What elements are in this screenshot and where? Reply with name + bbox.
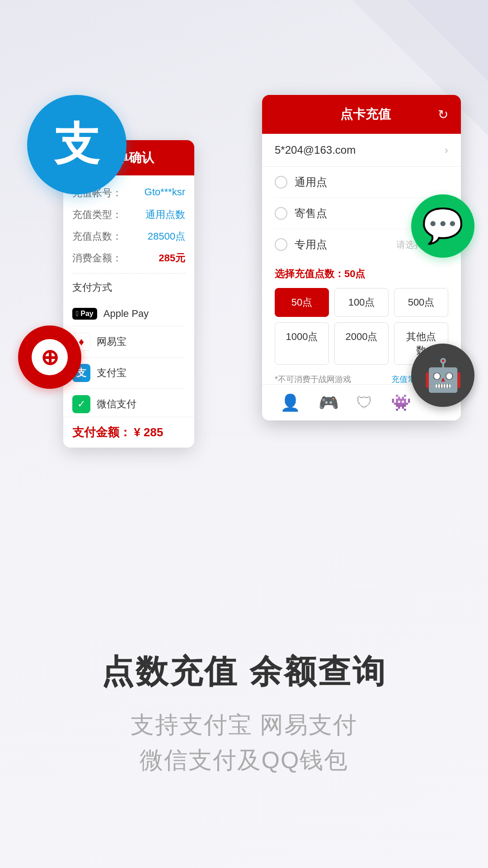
wechat-pay-icon: ✓ <box>72 395 90 413</box>
email-text: 5*204@163.com <box>275 144 356 156</box>
apple-pay-label: Apple Pay <box>103 308 149 320</box>
apple-pay-icon:  Pay <box>72 308 97 320</box>
nav-icon-shield[interactable]: 🛡 <box>357 393 373 412</box>
alipay-icon: 支 <box>54 114 99 175</box>
type-value: 通用点数 <box>145 208 185 222</box>
radio-label-special: 专用点 <box>295 237 396 252</box>
recharge-card-header: 点卡充值 ↻ <box>262 95 461 134</box>
amount-label: 消费金额： <box>72 251 122 265</box>
ui-showcase-area: 支 ⊕ 💬 🤖 订单确认 充值帐号： Gto***ksr 充值类型： 通用点数 <box>27 72 461 443</box>
headline-text: 点数充值 余额查询 <box>27 650 461 693</box>
payment-footer: 支付金额： ¥ 285 <box>63 417 194 448</box>
subtext-line2: 微信支付及QQ钱包 <box>27 742 461 778</box>
order-card-body: 充值帐号： Gto***ksr 充值类型： 通用点数 充值点数： 28500点 … <box>63 175 194 448</box>
radio-label-general: 通用点 <box>295 175 448 189</box>
note-text: *不可消费于战网游戏 <box>275 374 351 385</box>
divider <box>72 273 185 274</box>
refresh-icon[interactable]: ↻ <box>438 107 448 122</box>
bg-decoration-2 <box>407 0 488 81</box>
points-select-text: 选择充值点数： <box>275 268 344 279</box>
payment-total: 支付金额： ¥ 285 <box>72 425 185 440</box>
alipay-method[interactable]: 支 支付宝 <box>72 358 185 389</box>
points-btn-500[interactable]: 500点 <box>394 288 448 317</box>
points-btn-2000[interactable]: 2000点 <box>334 322 389 365</box>
points-row: 充值点数： 28500点 <box>72 230 185 243</box>
points-select-label: 选择充值点数：50点 <box>262 260 461 284</box>
alipay-logo: 支 <box>27 95 127 194</box>
android-logo: 🤖 <box>411 344 474 407</box>
bottom-text-area: 点数充值 余额查询 支持支付宝 网易支付 微信支付及QQ钱包 <box>0 650 488 778</box>
points-btn-1000[interactable]: 1000点 <box>275 322 329 365</box>
alipay-label: 支付宝 <box>97 366 127 380</box>
wechat-icon-symbol: ✓ <box>77 398 85 410</box>
points-selected-value: 50点 <box>344 268 365 279</box>
points-value: 28500点 <box>148 230 185 243</box>
netease-label: 网易宝 <box>97 335 127 349</box>
subtext: 支持支付宝 网易支付 微信支付及QQ钱包 <box>27 707 461 778</box>
nav-icon-character[interactable]: 👾 <box>391 393 411 412</box>
email-row[interactable]: 5*204@163.com › <box>262 134 461 167</box>
wechat-label: 微信支付 <box>97 397 136 411</box>
account-value: Gto***ksr <box>145 186 185 200</box>
points-btn-100[interactable]: 100点 <box>334 288 389 317</box>
apple-pay-method[interactable]:  Pay Apple Pay <box>72 302 185 326</box>
email-arrow-icon: › <box>445 144 448 156</box>
amount-row: 消费金额： 285元 <box>72 251 185 265</box>
apple-pay-icon-text:  Pay <box>76 310 94 317</box>
radio-circle-general <box>275 176 287 189</box>
type-row: 充值类型： 通用点数 <box>72 208 185 222</box>
subtext-line1: 支持支付宝 网易支付 <box>27 707 461 742</box>
radio-circle-consignment <box>275 207 287 220</box>
wechat-icon: 💬 <box>422 206 464 246</box>
netease-logo: ⊕ <box>18 326 81 389</box>
radio-item-general[interactable]: 通用点 <box>275 167 448 198</box>
amount-value: 285元 <box>159 251 185 265</box>
netease-symbol: ⊕ <box>41 344 59 370</box>
android-icon: 🤖 <box>423 357 463 394</box>
wechat-logo: 💬 <box>411 194 474 258</box>
radio-circle-special <box>275 238 287 251</box>
payment-section-label: 支付方式 <box>72 281 185 294</box>
netease-logo-inner: ⊕ <box>32 339 68 375</box>
points-btn-50[interactable]: 50点 <box>275 288 329 317</box>
nav-icon-profile[interactable]: 👤 <box>280 393 300 412</box>
type-label: 充值类型： <box>72 208 122 222</box>
total-value: ¥ 285 <box>134 425 163 439</box>
recharge-card-title: 点卡充值 <box>293 106 438 123</box>
netease-method[interactable]: ♦ 网易宝 <box>72 326 185 358</box>
nav-icon-game[interactable]: 🎮 <box>319 393 339 412</box>
wechat-method[interactable]: ✓ 微信支付 <box>72 389 185 420</box>
total-label: 支付金额： <box>72 425 131 439</box>
points-label: 充值点数： <box>72 230 122 243</box>
